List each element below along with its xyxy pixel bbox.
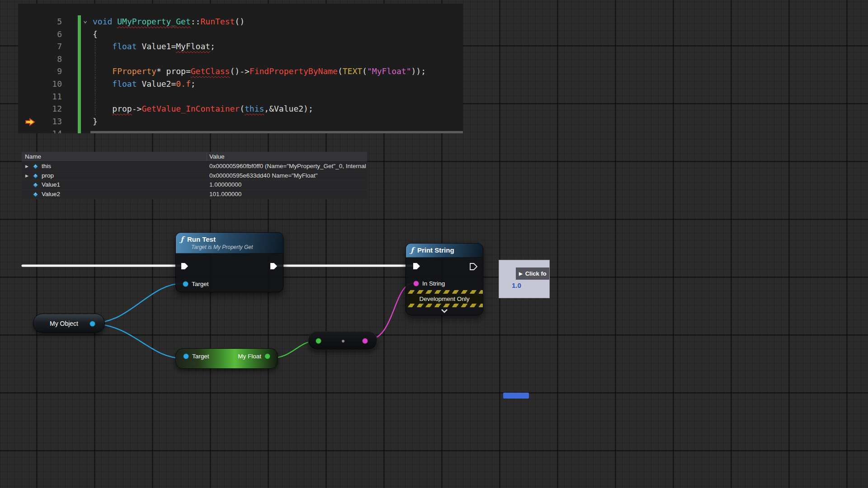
code-line[interactable]: 7 float Value1=MyFloat; — [18, 40, 463, 53]
watch-header: Name Value — [22, 152, 367, 162]
offscreen-node-fragment[interactable] — [503, 393, 529, 399]
in-string-pin[interactable] — [413, 281, 419, 286]
code-text: FProperty* prop=GetClass()->FindProperty… — [93, 65, 426, 78]
pin-label: In String — [422, 280, 445, 287]
code-token: Value1= — [137, 42, 176, 51]
code-line[interactable]: 6{ — [18, 28, 463, 41]
changed-line-indicator — [78, 15, 81, 28]
code-token: prop — [112, 104, 132, 113]
variable-icon — [33, 164, 38, 169]
node-dot-icon — [342, 340, 344, 343]
line-number: 10 — [36, 78, 62, 90]
get-my-float-node[interactable]: Target My Float — [175, 348, 278, 369]
expand-arrow-icon[interactable]: ▶ — [25, 171, 28, 181]
code-token: this — [245, 104, 264, 113]
code-token: float — [112, 79, 137, 89]
indent-guide — [95, 65, 95, 78]
code-token: GetValue_InContainer — [142, 104, 240, 113]
pin-tooltip[interactable]: ▶ Click fo 1.0 — [499, 260, 550, 298]
code-token: RunTest — [200, 17, 235, 26]
code-token: () — [235, 17, 245, 26]
my-object-node[interactable]: My Object — [33, 314, 105, 333]
pin-label: Target — [192, 353, 209, 360]
code-token — [93, 104, 112, 113]
code-token — [93, 66, 112, 76]
watch-row[interactable]: ▶prop0x00000595e633dd40 Name="MyFloat" — [22, 171, 367, 181]
code-line[interactable]: 5⌄void UMyProperty_Get::RunTest() — [18, 15, 463, 28]
code-text: float Value1=MyFloat; — [93, 40, 215, 53]
code-token: ( — [240, 104, 245, 113]
code-text: void UMyProperty_Get::RunTest() — [93, 15, 245, 28]
changed-line-indicator — [78, 103, 81, 115]
exec-in-pin[interactable] — [413, 263, 420, 270]
code-line[interactable]: 8 — [18, 53, 463, 66]
expand-node-chevron-icon[interactable] — [441, 309, 448, 313]
indent-guide — [95, 90, 95, 103]
code-line[interactable]: 12 prop->GetValue_InContainer(this,&Valu… — [18, 103, 463, 115]
object-wire-to-run-test[interactable] — [94, 283, 184, 323]
changed-line-indicator — [78, 90, 81, 103]
code-token: void — [93, 17, 112, 26]
line-number: 8 — [36, 53, 62, 66]
my-float-output-pin[interactable] — [264, 353, 270, 359]
expand-arrow-icon[interactable]: ▶ — [25, 162, 28, 171]
pin-label: Target — [192, 281, 209, 287]
line-number: 12 — [36, 103, 62, 115]
indent-guide — [95, 103, 95, 115]
variable-label: My Object — [50, 320, 78, 327]
conversion-node[interactable] — [308, 331, 377, 350]
float-input-pin[interactable] — [316, 338, 321, 344]
code-token: -> — [132, 104, 142, 113]
fold-chevron-icon[interactable]: ⌄ — [83, 14, 87, 27]
watch-row[interactable]: Value11.00000000 — [22, 180, 367, 190]
node-title: Run Test — [187, 235, 216, 243]
tooltip-value[interactable]: 1.0 — [512, 282, 521, 289]
changed-line-indicator — [78, 115, 81, 128]
code-token: ( — [338, 66, 343, 76]
exec-out-pin[interactable] — [270, 263, 278, 270]
exec-in-pin[interactable] — [181, 263, 189, 270]
code-line[interactable]: 10 float Value2=0.f; — [18, 78, 463, 90]
code-token: ,&Value2); — [264, 104, 313, 113]
column-header-value: Value — [209, 153, 225, 160]
object-wire-to-getter[interactable] — [94, 324, 184, 358]
indent-guide — [95, 53, 95, 66]
code-token: float — [112, 42, 137, 51]
code-token: { — [93, 29, 98, 39]
target-object-pin[interactable] — [183, 353, 189, 359]
changed-line-indicator — [78, 28, 81, 41]
object-output-pin[interactable] — [90, 321, 95, 327]
watch-panel: Name Value ▶this0x000005960fbf0ff0 (Name… — [22, 152, 367, 199]
indent-guide — [95, 78, 95, 90]
tooltip-label: Click fo — [525, 270, 547, 277]
horizontal-scrollbar[interactable] — [90, 131, 463, 133]
code-token: FindPropertyByName — [250, 66, 338, 76]
target-object-pin[interactable] — [183, 281, 189, 287]
code-token: ( — [362, 66, 367, 76]
code-text: { — [93, 28, 98, 41]
tooltip-header[interactable]: ▶ Click fo — [516, 267, 549, 280]
watch-rows: ▶this0x000005960fbf0ff0 (Name="MyPropert… — [22, 162, 367, 199]
code-line[interactable]: 13} — [18, 115, 463, 128]
code-token: :: — [191, 17, 201, 26]
code-line[interactable]: 11 — [18, 90, 463, 103]
exec-out-pin[interactable] — [470, 263, 477, 270]
run-test-node[interactable]: ƒ Run Test Target is My Property Get Tar… — [175, 232, 283, 292]
variable-value: 0x000005960fbf0ff0 (Name="MyProperty_Get… — [209, 162, 366, 171]
code-token: MyFloat — [176, 42, 210, 51]
watch-row[interactable]: ▶this0x000005960fbf0ff0 (Name="MyPropert… — [22, 162, 367, 171]
code-text: prop->GetValue_InContainer(this,&Value2)… — [93, 103, 313, 115]
code-token: * prop= — [156, 66, 191, 76]
column-divider[interactable] — [207, 153, 207, 161]
variable-value: 101.000000 — [209, 190, 366, 199]
string-output-pin[interactable] — [362, 338, 368, 344]
code-token: TEXT — [343, 66, 362, 76]
code-line[interactable]: 9 FProperty* prop=GetClass()->FindProper… — [18, 65, 463, 78]
function-icon: ƒ — [180, 235, 184, 244]
print-string-node[interactable]: ƒ Print String In String Development Onl… — [406, 243, 483, 315]
line-number: 13 — [36, 115, 62, 128]
variable-name: this — [42, 162, 51, 171]
current-statement-arrow-icon[interactable] — [25, 117, 35, 125]
node-subtitle: Target is My Property Get — [191, 244, 278, 250]
watch-row[interactable]: Value2101.000000 — [22, 190, 367, 199]
